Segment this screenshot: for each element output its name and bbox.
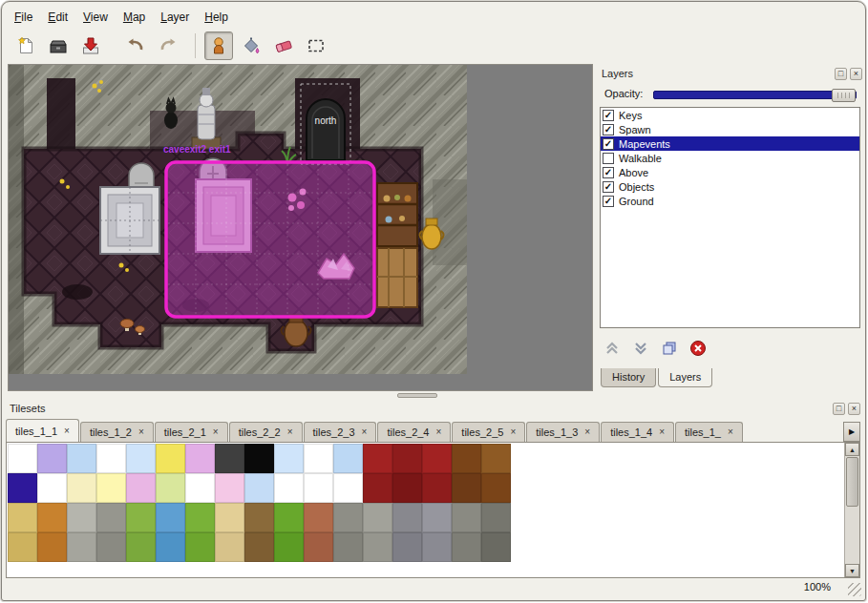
tileset-tile[interactable] [422,473,452,503]
tileset-tab[interactable]: tiles_1_1 × [6,419,79,442]
tileset-tile[interactable] [333,444,363,473]
horizontal-splitter[interactable] [8,392,859,399]
tileset-tile[interactable] [156,473,185,503]
tileset-tile[interactable] [96,444,126,473]
menu-item[interactable]: Layer [153,7,197,28]
tileset-tile[interactable] [156,503,185,532]
tileset-tile[interactable] [126,444,156,473]
tileset-tile[interactable] [304,444,333,473]
tileset-tile[interactable] [274,532,304,562]
menu-item[interactable]: View [75,7,116,28]
float-panel-icon[interactable]: □ [833,403,845,415]
tileset-tab[interactable]: tiles_1_4 × [601,422,674,442]
opacity-slider[interactable] [653,91,857,99]
tileset-tile[interactable] [333,532,363,562]
tileset-tile[interactable] [126,532,156,562]
tileset-tile[interactable] [96,473,126,503]
tileset-tile[interactable] [363,444,392,473]
duplicate-layer-button[interactable] [661,340,678,357]
tileset-tile[interactable] [215,503,244,532]
lower-layer-button[interactable] [632,340,649,357]
tileset-tab[interactable]: tiles_1_3 × [526,422,600,442]
tileset-tile[interactable] [422,503,452,532]
panel-tab[interactable]: Layers [658,368,712,387]
tileset-tile[interactable] [244,532,274,562]
tileset-tile[interactable] [481,532,511,562]
tab-close-icon[interactable]: × [64,426,70,436]
tileset-tab[interactable]: tiles_2_4 × [377,422,451,442]
tileset-tile[interactable] [363,503,392,532]
layer-row[interactable]: ✓ Walkable [601,151,859,165]
bucket-fill-button[interactable] [237,31,265,60]
menu-item[interactable]: Help [197,7,236,28]
tileset-tile[interactable] [67,473,96,503]
tab-close-icon[interactable]: × [584,427,590,437]
layer-visibility-checkbox[interactable]: ✓ [603,110,614,121]
layer-row[interactable]: ✓ Mapevents [601,136,859,151]
tileset-tile[interactable] [304,473,333,503]
close-panel-icon[interactable]: × [850,68,862,80]
save-document-button[interactable] [76,31,105,60]
tab-close-icon[interactable]: × [436,427,442,437]
tileset-tab[interactable]: tiles_2_1 × [155,422,228,442]
tileset-tile[interactable] [67,503,96,532]
undo-button[interactable] [121,31,150,60]
tileset-tile[interactable] [392,473,422,503]
tileset-tile[interactable] [244,503,274,532]
layer-row[interactable]: ✓ Above [601,165,859,179]
tileset-tile[interactable] [452,444,481,473]
tileset-tile[interactable] [452,532,481,562]
layer-row[interactable]: ✓ Objects [601,179,859,194]
tileset-tile[interactable] [304,532,333,562]
tab-close-icon[interactable]: × [659,427,665,437]
float-panel-icon[interactable]: □ [835,68,847,80]
tileset-tile[interactable] [8,473,37,503]
opacity-slider-handle[interactable] [832,89,856,102]
tileset-tile[interactable] [37,532,67,562]
tileset-tile[interactable] [215,444,244,473]
tileset-tile[interactable] [304,503,333,532]
menu-item[interactable]: Map [116,7,153,28]
scrollbar-thumb[interactable] [846,457,858,507]
tileset-tile[interactable] [363,532,392,562]
tileset-tile[interactable] [156,444,185,473]
scroll-up-icon[interactable]: ▲ [845,443,859,456]
tileset-tile[interactable] [244,473,274,503]
redo-button[interactable] [154,31,182,60]
tileset-tile[interactable] [8,503,37,532]
menu-item[interactable]: Edit [40,7,75,28]
layer-visibility-checkbox[interactable]: ✓ [603,138,614,150]
tileset-tile[interactable] [8,444,37,473]
raise-layer-button[interactable] [603,340,621,357]
layer-visibility-checkbox[interactable]: ✓ [603,181,614,193]
tab-close-icon[interactable]: × [287,427,293,437]
tileset-tile[interactable] [126,503,156,532]
tileset-tile[interactable] [452,503,481,532]
tileset-tile[interactable] [363,473,392,503]
layer-visibility-checkbox[interactable]: ✓ [603,196,614,207]
tab-close-icon[interactable]: × [510,427,516,437]
tileset-tile[interactable] [333,503,363,532]
tab-close-icon[interactable]: × [138,427,144,437]
eraser-button[interactable] [269,31,298,60]
tileset-tile[interactable] [37,444,67,473]
tileset-tile[interactable] [185,532,215,562]
tileset-tile[interactable] [274,473,304,503]
tileset-tile[interactable] [274,503,304,532]
tileset-tile[interactable] [422,444,452,473]
tileset-tile[interactable] [481,444,511,473]
tileset-tile[interactable] [392,503,422,532]
layer-row[interactable]: ✓ Ground [601,194,859,208]
stamp-brush-button[interactable] [204,31,233,60]
layer-row[interactable]: ✓ Spawn [601,122,859,136]
menu-item[interactable]: File [7,7,40,28]
delete-layer-button[interactable] [689,340,707,357]
tileset-tile[interactable] [156,532,185,562]
tileset-vertical-scrollbar[interactable]: ▲ ▼ [844,443,859,577]
tab-close-icon[interactable]: × [728,427,733,437]
tileset-tile[interactable] [185,503,215,532]
tab-scroll-right-button[interactable]: ▶ [843,422,860,442]
tileset-tile[interactable] [67,532,96,562]
close-panel-icon[interactable]: × [848,403,860,415]
tileset-tile[interactable] [126,473,156,503]
